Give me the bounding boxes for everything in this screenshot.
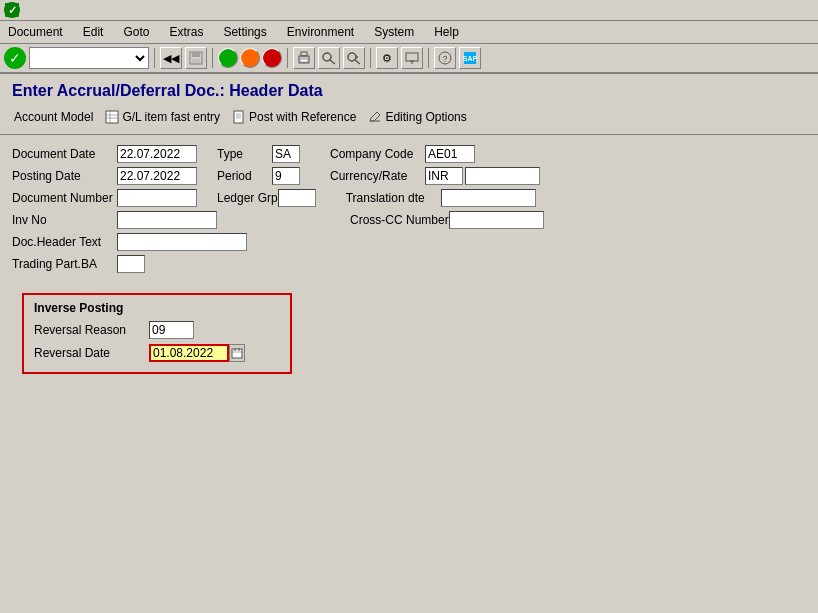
post-reference-link[interactable]: Post with Reference xyxy=(232,110,356,124)
monitor-btn[interactable] xyxy=(401,47,423,69)
company-code-input[interactable] xyxy=(425,145,475,163)
doc-header-text-input[interactable] xyxy=(117,233,247,251)
menu-edit[interactable]: Edit xyxy=(79,23,108,41)
cross-cc-label: Cross-CC Number xyxy=(350,213,449,227)
ledger-grp-input[interactable] xyxy=(278,189,316,207)
main-content: Enter Accrual/Deferral Doc.: Header Data… xyxy=(0,74,818,384)
svg-line-9 xyxy=(330,60,335,64)
trading-part-input[interactable] xyxy=(117,255,145,273)
nav-first-button[interactable]: ◀◀ xyxy=(160,47,182,69)
reversal-reason-label: Reversal Reason xyxy=(34,323,149,337)
find-next-button[interactable] xyxy=(343,47,365,69)
svg-rect-3 xyxy=(192,52,200,57)
svg-point-10 xyxy=(348,53,356,61)
reversal-reason-input[interactable] xyxy=(149,321,194,339)
currency-rate-label: Currency/Rate xyxy=(330,169,425,183)
reversal-date-row: Reversal Date xyxy=(34,344,280,362)
sap-btn[interactable]: SAP xyxy=(459,47,481,69)
menu-document[interactable]: Document xyxy=(4,23,67,41)
gl-item-label: G/L item fast entry xyxy=(122,110,220,124)
confirm-button[interactable]: ✓ xyxy=(4,47,26,69)
document-date-input[interactable] xyxy=(117,145,197,163)
green-btn-1[interactable] xyxy=(218,48,238,68)
svg-rect-6 xyxy=(301,52,307,56)
app-icon: ✓ xyxy=(4,2,20,18)
svg-point-8 xyxy=(323,53,331,61)
svg-rect-4 xyxy=(192,59,200,63)
editing-options-link[interactable]: Editing Options xyxy=(368,110,466,124)
print-button[interactable] xyxy=(293,47,315,69)
svg-rect-7 xyxy=(300,59,308,62)
page-title: Enter Accrual/Deferral Doc.: Header Data xyxy=(12,82,806,100)
toolbar-separator-5 xyxy=(428,48,429,68)
toolbar: ✓ ◀◀ ⚙ ? SAP xyxy=(0,44,818,74)
action-bar: Account Model G/L item fast entry xyxy=(12,106,806,128)
type-label: Type xyxy=(217,147,272,161)
svg-text:?: ? xyxy=(442,54,447,64)
rate-input[interactable] xyxy=(465,167,540,185)
posting-date-label: Posting Date xyxy=(12,169,117,183)
calendar-button[interactable] xyxy=(229,344,245,362)
row-document-number: Document Number Ledger Grp Translation d… xyxy=(12,189,806,207)
svg-text:✓: ✓ xyxy=(8,4,17,16)
cross-cc-input[interactable] xyxy=(449,211,544,229)
menu-help[interactable]: Help xyxy=(430,23,463,41)
ledger-grp-label: Ledger Grp xyxy=(217,191,278,205)
toolbar-separator-2 xyxy=(212,48,213,68)
document-date-label: Document Date xyxy=(12,147,117,161)
posting-date-input[interactable] xyxy=(117,167,197,185)
currency-input[interactable] xyxy=(425,167,463,185)
row-posting-date: Posting Date Period Currency/Rate xyxy=(12,167,806,185)
svg-rect-12 xyxy=(406,53,418,61)
save-button[interactable] xyxy=(185,47,207,69)
title-bar: ✓ xyxy=(0,0,818,21)
account-model-link[interactable]: Account Model xyxy=(14,110,93,124)
row-doc-header-text: Doc.Header Text xyxy=(12,233,806,251)
doc-icon xyxy=(232,110,246,124)
company-code-label: Company Code xyxy=(330,147,425,161)
spreadsheet-icon xyxy=(105,110,119,124)
document-number-label: Document Number xyxy=(12,191,117,205)
menu-settings[interactable]: Settings xyxy=(219,23,270,41)
doc-header-text-label: Doc.Header Text xyxy=(12,235,117,249)
reversal-date-label: Reversal Date xyxy=(34,346,149,360)
red-btn-1[interactable] xyxy=(262,48,282,68)
menu-system[interactable]: System xyxy=(370,23,418,41)
menu-environment[interactable]: Environment xyxy=(283,23,358,41)
row-document-date: Document Date Type Company Code xyxy=(12,145,806,163)
toolbar-separator-3 xyxy=(287,48,288,68)
toolbar-separator-4 xyxy=(370,48,371,68)
reversal-reason-row: Reversal Reason xyxy=(34,321,280,339)
trading-part-label: Trading Part.BA xyxy=(12,257,117,271)
gl-item-link[interactable]: G/L item fast entry xyxy=(105,110,220,124)
help-btn[interactable]: ? xyxy=(434,47,456,69)
inv-no-input[interactable] xyxy=(117,211,217,229)
toolbar-separator-1 xyxy=(154,48,155,68)
menu-extras[interactable]: Extras xyxy=(165,23,207,41)
form-area: Document Date Type Company Code Posting … xyxy=(0,135,818,384)
menu-bar: Document Edit Goto Extras Settings Envir… xyxy=(0,21,818,44)
menu-goto[interactable]: Goto xyxy=(119,23,153,41)
document-number-input[interactable] xyxy=(117,189,197,207)
svg-text:SAP: SAP xyxy=(463,55,477,62)
period-label: Period xyxy=(217,169,272,183)
reversal-date-input[interactable] xyxy=(149,344,229,362)
inverse-posting-title: Inverse Posting xyxy=(34,301,280,315)
translation-dte-input[interactable] xyxy=(441,189,536,207)
toolbar-select[interactable] xyxy=(29,47,149,69)
svg-rect-19 xyxy=(106,111,118,123)
svg-rect-28 xyxy=(232,349,242,358)
row-trading-part: Trading Part.BA xyxy=(12,255,806,273)
find-button[interactable] xyxy=(318,47,340,69)
editing-options-label: Editing Options xyxy=(385,110,466,124)
orange-btn-1[interactable] xyxy=(240,48,260,68)
inverse-posting-box: Inverse Posting Reversal Reason Reversal… xyxy=(22,293,292,374)
type-input[interactable] xyxy=(272,145,300,163)
svg-rect-23 xyxy=(234,111,243,123)
page-header: Enter Accrual/Deferral Doc.: Header Data… xyxy=(0,74,818,135)
row-inv-no: Inv No Cross-CC Number xyxy=(12,211,806,229)
inv-no-label: Inv No xyxy=(12,213,117,227)
settings-btn[interactable]: ⚙ xyxy=(376,47,398,69)
translation-dte-label: Translation dte xyxy=(346,191,441,205)
period-input[interactable] xyxy=(272,167,300,185)
